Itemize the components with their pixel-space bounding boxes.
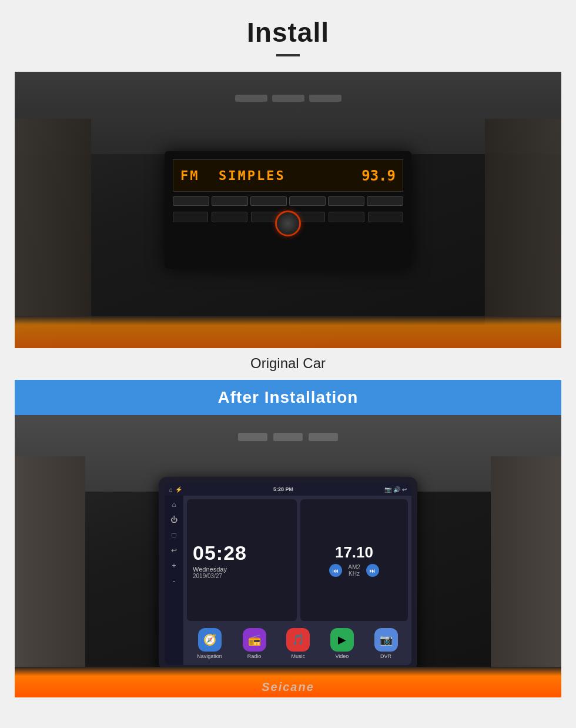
ai-seat-left <box>15 456 85 680</box>
clock-widget: 05:28 Wednesday 2019/03/27 <box>187 499 297 621</box>
status-right: 📷 🔊 ↩ <box>384 486 407 493</box>
radio-band-info: AM2 KHz <box>348 564 360 577</box>
after-install-image: ⌂ ⚡ 5:28 PM 📷 🔊 ↩ <box>15 415 561 697</box>
music-label: Music <box>291 653 305 659</box>
car-vents-top <box>229 84 347 113</box>
radio-frequency: 93.9 <box>361 168 396 184</box>
radio-btn <box>289 196 326 206</box>
radio-mode: FM SIMPLES <box>180 168 286 183</box>
app-navigation[interactable]: 🧭 Navigation <box>197 628 222 659</box>
android-side-nav: ⌂ ⏻ □ ↩ + <box>165 496 183 665</box>
radio-display: FM SIMPLES 93.9 <box>173 159 403 192</box>
dvr-label: DVR <box>380 653 391 659</box>
app-radio[interactable]: 📻 Radio <box>243 628 266 659</box>
car-seat-left <box>15 119 91 325</box>
vent-slot <box>272 95 304 102</box>
page-title: Install <box>247 16 329 48</box>
android-status-bar: ⌂ ⚡ 5:28 PM 📷 🔊 ↩ <box>165 483 411 496</box>
radio-btn <box>173 196 209 206</box>
clock-time-display: 05:28 <box>193 542 291 565</box>
nav-power-icon[interactable]: ⏻ <box>169 515 179 525</box>
radio-unit-label: KHz <box>348 570 360 577</box>
status-time: 5:28 PM <box>273 486 293 492</box>
radio-freq-display: 17.10 <box>335 543 373 562</box>
nav-vol-icon[interactable]: + <box>169 560 179 571</box>
radio-label: Radio <box>247 653 262 659</box>
android-widgets: 05:28 Wednesday 2019/03/27 17.10 ⏮ <box>187 499 408 621</box>
car-seat-right <box>485 119 561 325</box>
seicane-strip: Seicane <box>15 667 561 697</box>
android-apps-row: 🧭 Navigation 📻 Radio 🎵 Music <box>187 626 408 662</box>
camera-icon: 📷 <box>384 486 391 493</box>
radio-btn <box>367 196 403 206</box>
radio-knob <box>275 211 301 236</box>
header-section: Install <box>0 0 576 72</box>
vent-slot <box>309 95 341 102</box>
nav-home-icon[interactable]: ⌂ <box>169 499 179 510</box>
title-divider <box>276 54 300 56</box>
home-icon: ⌂ <box>169 486 173 493</box>
radio-func-btn <box>368 212 403 222</box>
android-content-area: ⌂ ⏻ □ ↩ + <box>165 496 411 665</box>
radio-band-label: AM2 <box>348 564 360 570</box>
radio-widget: 17.10 ⏮ AM2 KHz ⏭ <box>300 499 408 621</box>
app-dvr[interactable]: 📷 DVR <box>374 628 398 659</box>
video-icon: ▶ <box>330 628 354 652</box>
radio-icon: 📻 <box>243 628 266 652</box>
android-main-display: 05:28 Wednesday 2019/03/27 17.10 ⏮ <box>183 496 411 665</box>
page-wrapper: Install FM SIMPLES 93.9 <box>0 0 576 697</box>
ai-vent-slot <box>309 433 338 441</box>
nav-vol-down-icon[interactable]: - <box>169 576 179 586</box>
radio-controls: ⏮ AM2 KHz ⏭ <box>329 564 379 577</box>
after-installation-section: After Installation ⌂ ⚡ <box>15 380 561 697</box>
original-car-label: Original Car <box>250 355 326 372</box>
clock-date-display: 2019/03/27 <box>193 573 291 579</box>
volume-icon: 🔊 <box>393 486 400 493</box>
seicane-logo: Seicane <box>262 680 314 694</box>
clock-day-display: Wednesday <box>193 566 291 573</box>
ai-vent-slot <box>273 433 303 441</box>
app-music[interactable]: 🎵 Music <box>286 628 310 659</box>
status-left: ⌂ ⚡ <box>169 486 182 493</box>
radio-btn <box>212 196 248 206</box>
ai-vent-slot <box>238 433 267 441</box>
original-car-section: FM SIMPLES 93.9 <box>0 72 576 380</box>
radio-next-button[interactable]: ⏭ <box>366 564 379 577</box>
video-label: Video <box>336 653 349 659</box>
android-head-unit: ⌂ ⚡ 5:28 PM 📷 🔊 ↩ <box>159 477 417 671</box>
original-car-interior: FM SIMPLES 93.9 <box>15 72 561 348</box>
radio-btn <box>250 196 287 206</box>
ai-seat-right <box>491 456 561 680</box>
radio-prev-button[interactable]: ⏮ <box>329 564 342 577</box>
ai-center-vent <box>238 433 338 441</box>
radio-btn <box>328 196 364 206</box>
nav-screen-icon[interactable]: □ <box>169 530 179 540</box>
radio-func-btn <box>212 212 247 222</box>
radio-func-btn <box>173 212 208 222</box>
vent-slot <box>235 95 267 102</box>
app-video[interactable]: ▶ Video <box>330 628 354 659</box>
original-car-image: FM SIMPLES 93.9 <box>15 72 561 348</box>
nav-back-icon[interactable]: ↩ <box>169 545 179 556</box>
car-bottom-strip <box>15 316 561 348</box>
after-install-banner: After Installation <box>15 380 561 415</box>
radio-preset-buttons <box>173 196 403 206</box>
android-screen: ⌂ ⚡ 5:28 PM 📷 🔊 ↩ <box>165 483 411 665</box>
original-radio-unit: FM SIMPLES 93.9 <box>165 151 411 269</box>
navigation-icon: 🧭 <box>198 628 222 652</box>
usb-icon: ⚡ <box>175 486 182 493</box>
dvr-icon: 📷 <box>374 628 398 652</box>
after-install-title: After Installation <box>218 388 359 407</box>
navigation-label: Navigation <box>197 653 222 659</box>
music-icon: 🎵 <box>286 628 310 652</box>
back-icon: ↩ <box>402 486 407 493</box>
radio-func-btn <box>329 212 364 222</box>
